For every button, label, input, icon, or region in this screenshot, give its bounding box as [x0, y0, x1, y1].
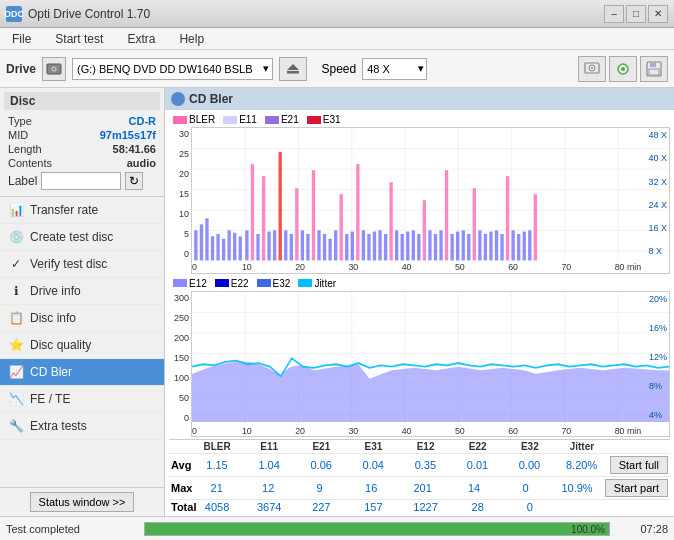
legend-e32: E32 — [257, 278, 291, 289]
legend-e12-color — [173, 279, 187, 287]
stats-avg-bler: 1.15 — [191, 459, 243, 471]
label-refresh-button[interactable]: ↻ — [125, 172, 143, 190]
stats-max-e21: 9 — [294, 482, 345, 494]
svg-rect-12 — [649, 69, 659, 75]
status-text: Test completed — [6, 523, 136, 535]
svg-rect-48 — [312, 170, 315, 260]
stats-avg-e32: 0.00 — [503, 459, 555, 471]
stats-total-e32: 0 — [504, 501, 556, 513]
maximize-button[interactable]: □ — [626, 5, 646, 23]
start-full-button[interactable]: Start full — [610, 456, 668, 474]
main-layout: Disc Type CD-R MID 97m15s17f Length 58:4… — [0, 88, 674, 516]
label-input[interactable] — [41, 172, 121, 190]
stats-max-e11: 12 — [242, 482, 293, 494]
drive-dropdown[interactable]: (G:) BENQ DVD DD DW1640 BSLB ▾ — [72, 58, 273, 80]
stats-max-e12: 201 — [397, 482, 448, 494]
nav-item-disc-info[interactable]: 📋 Disc info — [0, 305, 164, 332]
stats-total-bler: 4058 — [191, 501, 243, 513]
svg-text:10: 10 — [242, 425, 252, 435]
disc-section: Disc Type CD-R MID 97m15s17f Length 58:4… — [0, 88, 164, 197]
bottom-chart-svg-container: 0 10 20 30 40 50 60 70 80 min 20% — [191, 291, 670, 438]
create-test-icon: 💿 — [8, 229, 24, 245]
top-chart-svg: 0 10 20 30 40 50 60 70 80 min — [192, 128, 669, 273]
close-button[interactable]: ✕ — [648, 5, 668, 23]
nav-item-fe-te[interactable]: 📉 FE / TE — [0, 386, 164, 413]
app-icon: ODC — [6, 6, 22, 22]
nav-item-verify-test-disc[interactable]: ✓ Verify test disc — [0, 251, 164, 278]
svg-rect-86 — [523, 232, 526, 261]
speed-dropdown[interactable]: 48 X ▾ — [362, 58, 427, 80]
eject-button[interactable] — [279, 57, 307, 81]
svg-rect-32 — [222, 239, 225, 261]
svg-rect-80 — [489, 232, 492, 261]
svg-text:80 min: 80 min — [615, 425, 642, 435]
svg-rect-31 — [216, 234, 219, 260]
svg-rect-53 — [340, 194, 343, 260]
menu-extra[interactable]: Extra — [119, 30, 163, 48]
disc-field-contents: Contents audio — [4, 156, 160, 170]
top-chart-container: BLER E11 E21 E31 — [169, 112, 670, 274]
legend-bler-color — [173, 116, 187, 124]
nav-item-create-test-disc[interactable]: 💿 Create test disc — [0, 224, 164, 251]
chart-title-bar: CD Bler — [165, 88, 674, 110]
disc-field-mid: MID 97m15s17f — [4, 128, 160, 142]
nav-item-extra-tests[interactable]: 🔧 Extra tests — [0, 413, 164, 440]
minimize-button[interactable]: – — [604, 5, 624, 23]
svg-rect-61 — [384, 234, 387, 260]
svg-rect-29 — [205, 218, 208, 260]
nav-item-disc-quality[interactable]: ⭐ Disc quality — [0, 332, 164, 359]
bottom-chart-svg: 0 10 20 30 40 50 60 70 80 min — [192, 292, 669, 437]
toolbar-btn-2[interactable] — [609, 56, 637, 82]
top-chart: 30 25 20 15 10 5 0 — [169, 127, 670, 274]
legend-e22-color — [215, 279, 229, 287]
stats-total-e12: 1227 — [400, 501, 452, 513]
stats-col-bler: BLER — [191, 440, 243, 453]
nav-item-transfer-rate[interactable]: 📊 Transfer rate — [0, 197, 164, 224]
stats-table: BLER E11 E21 E31 E12 E22 E32 Jitter Avg … — [169, 439, 670, 514]
svg-rect-59 — [373, 232, 376, 261]
stats-max-e31: 16 — [345, 482, 396, 494]
svg-point-9 — [621, 67, 625, 71]
start-part-button[interactable]: Start part — [605, 479, 668, 497]
stats-header-row: BLER E11 E21 E31 E12 E22 E32 Jitter — [169, 440, 670, 454]
bottom-chart-legend: E12 E22 E32 Jitter — [169, 276, 670, 291]
svg-text:70: 70 — [561, 425, 571, 435]
chart-area: CD Bler BLER E11 — [165, 88, 674, 516]
svg-rect-4 — [287, 71, 299, 74]
toolbar-btn-save[interactable] — [640, 56, 668, 82]
legend-e12: E12 — [173, 278, 207, 289]
stats-total-e11: 3674 — [243, 501, 295, 513]
speed-value: 48 X — [367, 63, 390, 75]
status-bar: Test completed 100.0% 07:28 — [0, 516, 674, 540]
svg-rect-44 — [290, 234, 293, 260]
stats-max-jitter: 10.9% — [551, 482, 602, 494]
drive-label: Drive — [6, 62, 36, 76]
svg-text:60: 60 — [508, 262, 518, 272]
speed-label: Speed — [321, 62, 356, 76]
stats-avg-row: Avg 1.15 1.04 0.06 0.04 0.35 0.01 0.00 8… — [169, 454, 670, 477]
nav-item-cd-bler[interactable]: 📈 CD Bler — [0, 359, 164, 386]
menu-help[interactable]: Help — [171, 30, 212, 48]
legend-e32-color — [257, 279, 271, 287]
svg-rect-58 — [367, 234, 370, 260]
stats-col-e31: E31 — [347, 440, 399, 453]
nav-item-drive-info[interactable]: ℹ Drive info — [0, 278, 164, 305]
stats-total-row: Total 4058 3674 227 157 1227 28 0 — [169, 500, 670, 514]
toolbar-btn-1[interactable] — [578, 56, 606, 82]
svg-rect-40 — [267, 232, 270, 261]
stats-total-e31: 157 — [347, 501, 399, 513]
stats-total-e21: 227 — [295, 501, 347, 513]
menu-start-test[interactable]: Start test — [47, 30, 111, 48]
speed-arrow-icon: ▾ — [418, 62, 424, 75]
svg-rect-63 — [395, 230, 398, 260]
svg-rect-41 — [273, 230, 276, 260]
status-window-button[interactable]: Status window >> — [30, 492, 135, 512]
title-controls: – □ ✕ — [604, 5, 668, 23]
menu-file[interactable]: File — [4, 30, 39, 48]
svg-rect-39 — [262, 176, 265, 260]
svg-text:30: 30 — [348, 425, 358, 435]
svg-rect-82 — [500, 234, 503, 260]
stats-avg-e22: 0.01 — [451, 459, 503, 471]
disc-header: Disc — [4, 92, 160, 110]
svg-rect-45 — [295, 188, 298, 260]
